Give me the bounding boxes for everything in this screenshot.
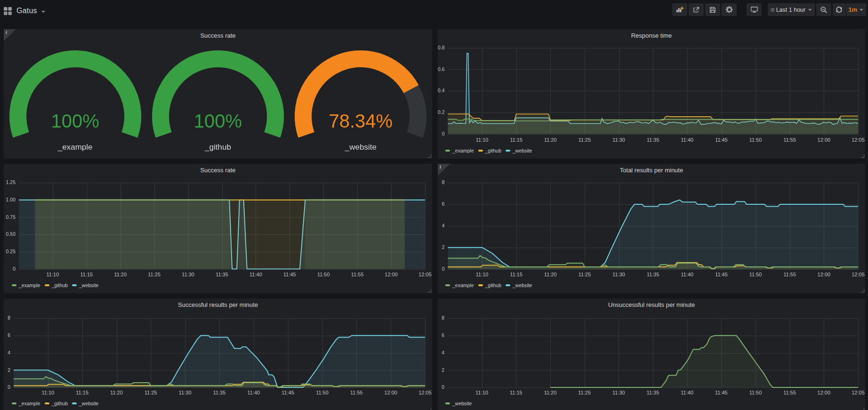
clock-icon xyxy=(771,7,774,13)
legend-color-dash xyxy=(445,150,450,152)
successful-results-chart[interactable] xyxy=(4,298,432,410)
dashboard-picker[interactable]: Gatus xyxy=(4,5,45,17)
legend-color-dash xyxy=(45,284,49,286)
legend-item-website[interactable]: _website xyxy=(72,282,98,288)
legend-label: _example xyxy=(452,282,474,288)
legend-item-website[interactable]: _website xyxy=(445,401,472,406)
panel-title[interactable]: Success rate xyxy=(4,32,432,40)
legend-item-github[interactable]: _github xyxy=(478,282,501,288)
legend-item-github[interactable]: _github xyxy=(45,401,68,406)
legend-label: _website xyxy=(79,401,98,406)
search-minus-icon xyxy=(820,6,828,14)
chevron-down-icon xyxy=(808,9,812,11)
gauge-value-example: 100% xyxy=(4,112,146,130)
gauge-example: 100% _example xyxy=(4,42,146,159)
monitor-icon xyxy=(750,6,758,14)
panel-resize-handle[interactable] xyxy=(428,154,431,158)
time-range-picker[interactable]: Last 1 hour xyxy=(768,3,815,16)
legend-label: _example xyxy=(452,148,474,153)
legend-label: _website xyxy=(513,148,532,153)
legend-item-example[interactable]: _example xyxy=(12,282,40,288)
save-icon xyxy=(709,6,716,14)
panel-success-rate-series: Success rate _example_github_website xyxy=(4,164,432,293)
panel-total-results: i Total results per minute _example_gith… xyxy=(438,164,865,293)
gauge-value-website: 78.34% xyxy=(289,112,432,130)
refresh-interval-dropdown[interactable]: 1m xyxy=(845,3,866,16)
zoom-out-button[interactable] xyxy=(816,3,831,16)
share-icon xyxy=(692,6,700,14)
legend: _website xyxy=(445,400,476,407)
legend-label: _github xyxy=(485,282,501,288)
legend-color-dash xyxy=(478,150,483,152)
legend-color-dash xyxy=(506,284,510,286)
panel-resize-handle[interactable] xyxy=(861,154,864,158)
gear-icon xyxy=(725,6,733,14)
add-panel-button[interactable] xyxy=(672,3,687,16)
legend-item-github[interactable]: _github xyxy=(45,282,68,288)
legend-color-dash xyxy=(45,402,49,404)
chevron-down-icon xyxy=(860,9,863,11)
panel-resize-handle[interactable] xyxy=(861,289,864,292)
total-results-chart[interactable] xyxy=(438,164,865,293)
refresh-icon xyxy=(836,6,843,13)
legend-color-dash xyxy=(506,150,510,152)
legend-label: _website xyxy=(513,282,532,288)
dashboard: Gatus xyxy=(0,0,868,410)
chevron-down-icon xyxy=(41,11,45,13)
gauge-row: 100% _example 100% _github 78.34% _websi… xyxy=(4,42,432,159)
gauge-website: 78.34% _website xyxy=(289,42,432,159)
legend-color-dash xyxy=(72,402,77,404)
legend-label: _example xyxy=(19,282,40,288)
panel-response-time: Response time _example_github_website xyxy=(438,29,865,159)
legend-item-example[interactable]: _example xyxy=(445,282,474,288)
success-rate-chart[interactable] xyxy=(4,164,432,293)
panel-successful-results: Successful results per minute _example_g… xyxy=(4,298,432,410)
gauge-github: 100% _github xyxy=(146,42,289,159)
legend-item-github[interactable]: _github xyxy=(478,148,501,153)
navbar: Gatus xyxy=(0,0,868,25)
save-button[interactable] xyxy=(705,3,720,16)
legend-label: _github xyxy=(52,282,68,288)
gauge-value-github: 100% xyxy=(146,112,289,130)
legend-item-website[interactable]: _website xyxy=(72,401,98,406)
legend-label: _github xyxy=(52,401,68,406)
legend-color-dash xyxy=(12,402,16,404)
panel-resize-handle[interactable] xyxy=(428,289,431,292)
refresh-picker: 1m xyxy=(833,3,866,16)
legend: _example_github_website xyxy=(12,282,103,289)
gauge-title-github: _github xyxy=(146,143,289,152)
legend-color-dash xyxy=(72,284,77,286)
cycle-view-button[interactable] xyxy=(747,3,762,16)
legend-item-website[interactable]: _website xyxy=(506,148,532,153)
toolbar: Last 1 hour xyxy=(672,3,866,16)
legend-label: _example xyxy=(19,401,40,406)
gauge-title-website: _website xyxy=(289,143,432,152)
refresh-interval-value: 1m xyxy=(848,6,857,13)
legend-item-example[interactable]: _example xyxy=(12,401,40,406)
panel-unsuccessful-results: Unsuccessful results per minute _website xyxy=(438,298,865,410)
apps-grid-icon xyxy=(4,7,12,15)
panel-success-rate-gauges: i Success rate 100% _example 100% _githu… xyxy=(4,29,432,159)
add-panel-icon xyxy=(676,6,684,14)
unsuccessful-results-chart[interactable] xyxy=(438,298,865,410)
dashboard-title: Gatus xyxy=(16,7,37,15)
legend-label: _github xyxy=(485,148,501,153)
legend-color-dash xyxy=(478,284,483,286)
legend-item-website[interactable]: _website xyxy=(506,282,532,288)
share-button[interactable] xyxy=(689,3,704,16)
gauge-title-example: _example xyxy=(4,143,146,152)
refresh-button[interactable] xyxy=(833,3,845,16)
legend-color-dash xyxy=(12,284,16,286)
legend: _example_github_website xyxy=(12,400,103,407)
settings-button[interactable] xyxy=(722,3,737,16)
response-time-chart[interactable] xyxy=(438,29,865,159)
legend-item-example[interactable]: _example xyxy=(445,148,474,153)
legend: _example_github_website xyxy=(445,282,536,289)
legend-label: _website xyxy=(79,282,98,288)
time-range-label: Last 1 hour xyxy=(776,7,806,13)
legend-color-dash xyxy=(445,402,450,404)
legend-label: _website xyxy=(452,401,472,406)
legend-color-dash xyxy=(445,284,450,286)
legend: _example_github_website xyxy=(445,147,536,154)
